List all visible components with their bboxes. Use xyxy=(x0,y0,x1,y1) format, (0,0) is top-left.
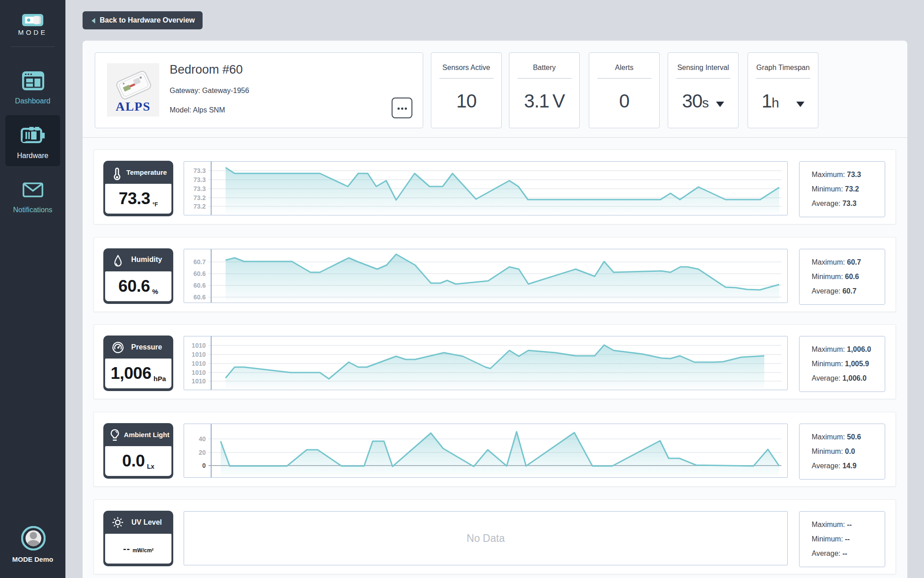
svg-text:20: 20 xyxy=(199,449,206,456)
svg-text:40: 40 xyxy=(199,435,206,443)
svg-text:1010: 1010 xyxy=(192,369,206,376)
svg-text:1010: 1010 xyxy=(192,351,206,358)
svg-text:60.7: 60.7 xyxy=(194,258,206,266)
svg-text:73.2: 73.2 xyxy=(194,194,206,201)
svg-text:73.3: 73.3 xyxy=(194,176,206,183)
svg-text:73.2: 73.2 xyxy=(194,203,206,210)
svg-text:1010: 1010 xyxy=(192,360,206,367)
svg-text:0: 0 xyxy=(202,462,206,469)
svg-text:60.6: 60.6 xyxy=(194,270,206,277)
svg-text:ALPS: ALPS xyxy=(116,99,151,113)
svg-text:60.6: 60.6 xyxy=(194,294,206,301)
svg-text:73.3: 73.3 xyxy=(194,167,206,174)
svg-text:1010: 1010 xyxy=(192,378,206,385)
svg-text:73.3: 73.3 xyxy=(194,185,206,192)
svg-text:1010: 1010 xyxy=(192,342,206,349)
svg-text:60.6: 60.6 xyxy=(194,282,206,289)
